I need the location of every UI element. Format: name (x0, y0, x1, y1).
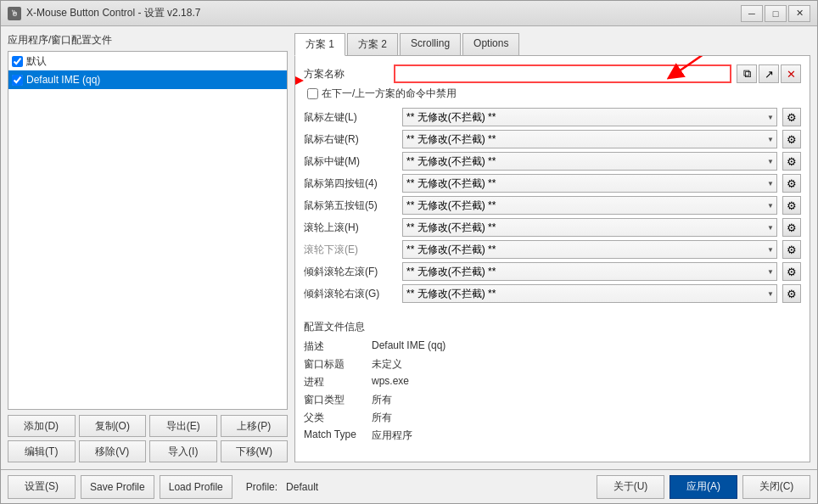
disable-checkbox-label: 在下一/上一方案的命令中禁用 (322, 87, 457, 101)
close-button[interactable]: ✕ (788, 5, 810, 22)
schema-name-input[interactable] (394, 64, 731, 83)
button-row-0: 鼠标左键(L) ** 无修改(不拦截) ** ⚙ (304, 108, 801, 126)
main-window: 🖱 X-Mouse Button Control - 设置 v2.18.7 ─ … (0, 0, 818, 504)
window-controls: ─ □ ✕ (741, 5, 810, 22)
info-value-parent: 所有 (372, 411, 392, 425)
row5-gear[interactable]: ⚙ (782, 218, 801, 237)
app-icon: 🖱 (8, 7, 21, 20)
info-key-title: 窗口标题 (304, 357, 372, 372)
move-up-button[interactable]: 上移(P) (221, 415, 289, 437)
delete-scheme-button[interactable]: ✕ (781, 64, 801, 83)
profile-label: Profile: (246, 481, 277, 493)
export-button[interactable]: 导出(E) (149, 415, 217, 437)
row3-gear[interactable]: ⚙ (782, 174, 801, 193)
left-panel: 应用程序/窗口配置文件 默认 Default IME (qq) 添加(D) 复制… (8, 33, 288, 462)
profile-value: Default (286, 481, 318, 493)
row8-gear[interactable]: ⚙ (782, 284, 801, 303)
row1-label: 鼠标右键(R) (304, 132, 397, 147)
button-row-4: 鼠标第五按钮(5) ** 无修改(不拦截) ** ⚙ (304, 196, 801, 215)
info-row-title: 窗口标题 未定义 (304, 357, 801, 372)
row0-dropdown-wrapper: ** 无修改(不拦截) ** (402, 108, 777, 126)
default-checkbox[interactable] (12, 56, 23, 67)
main-content: 应用程序/窗口配置文件 默认 Default IME (qq) 添加(D) 复制… (1, 26, 817, 469)
move-down-button[interactable]: 下移(W) (221, 440, 289, 462)
row4-gear[interactable]: ⚙ (782, 196, 801, 215)
button-row-5: 滚轮上滚(H) ** 无修改(不拦截) ** ⚙ (304, 218, 801, 237)
info-row-process: 进程 wps.exe (304, 375, 801, 389)
load-profile-button[interactable]: Load Profile (160, 475, 233, 499)
disable-checkbox-row: 在下一/上一方案的命令中禁用 (304, 87, 801, 101)
info-key-parent: 父类 (304, 411, 372, 425)
button-row-1: 鼠标右键(R) ** 无修改(不拦截) ** ⚙ (304, 130, 801, 148)
info-section: 配置文件信息 描述 Default IME (qq) 窗口标题 未定义 进程 w… (304, 313, 801, 443)
default-ime-qq-checkbox[interactable] (12, 75, 23, 86)
row5-dropdown[interactable]: ** 无修改(不拦截) ** (402, 218, 777, 237)
row7-gear[interactable]: ⚙ (782, 262, 801, 281)
edit-button[interactable]: 编辑(T) (8, 440, 76, 462)
tab-options[interactable]: Options (462, 33, 519, 56)
copy-button[interactable]: 复制(O) (79, 415, 147, 437)
button-row-7: 倾斜滚轮左滚(F) ** 无修改(不拦截) ** ⚙ (304, 262, 801, 281)
button-row-3: 鼠标第四按钮(4) ** 无修改(不拦截) ** ⚙ (304, 174, 801, 193)
minimize-button[interactable]: ─ (741, 5, 763, 22)
export-scheme-button[interactable]: ↗ (759, 64, 779, 83)
apply-button[interactable]: 应用(A) (670, 475, 737, 499)
info-key-wintype: 窗口类型 (304, 393, 372, 407)
row3-dropdown[interactable]: ** 无修改(不拦截) ** (402, 174, 777, 193)
row2-label: 鼠标中键(M) (304, 154, 397, 169)
row4-dropdown[interactable]: ** 无修改(不拦截) ** (402, 196, 777, 215)
row1-dropdown[interactable]: ** 无修改(不拦截) ** (402, 130, 777, 148)
remove-button[interactable]: 移除(V) (79, 440, 147, 462)
button-row-8: 倾斜滚轮右滚(G) ** 无修改(不拦截) ** ⚙ (304, 284, 801, 303)
row8-label: 倾斜滚轮右滚(G) (304, 287, 397, 301)
settings-button[interactable]: 设置(S) (8, 475, 76, 499)
title-bar: 🖱 X-Mouse Button Control - 设置 v2.18.7 ─ … (1, 1, 817, 26)
tab-scrolling[interactable]: Scrolling (400, 33, 461, 56)
info-key-matchtype: Match Type (304, 428, 372, 443)
row2-dropdown[interactable]: ** 无修改(不拦截) ** (402, 152, 777, 171)
info-row-matchtype: Match Type 应用程序 (304, 428, 801, 443)
row4-label: 鼠标第五按钮(5) (304, 199, 397, 213)
default-label: 默认 (26, 54, 47, 69)
right-panel: 方案 1 方案 2 Scrolling Options (294, 33, 810, 462)
copy-scheme-button[interactable]: ⧉ (737, 64, 757, 83)
row7-dropdown[interactable]: ** 无修改(不拦截) ** (402, 262, 777, 281)
about-button[interactable]: 关于(U) (597, 475, 664, 499)
button-row-2: 鼠标中键(M) ** 无修改(不拦截) ** ⚙ (304, 152, 801, 171)
button-rows: 鼠标左键(L) ** 无修改(不拦截) ** ⚙ 鼠标右键(R) (304, 108, 801, 303)
close-bottom-button[interactable]: 关闭(C) (742, 475, 810, 499)
info-row-wintype: 窗口类型 所有 (304, 393, 801, 407)
profile-list[interactable]: 默认 Default IME (qq) (8, 51, 288, 410)
disable-checkbox[interactable] (307, 88, 318, 99)
tabs: 方案 1 方案 2 Scrolling Options (294, 33, 810, 56)
left-panel-label: 应用程序/窗口配置文件 (8, 33, 288, 48)
row6-dropdown-wrapper: ** 无修改(不拦截) ** (402, 240, 777, 259)
info-value-wintype: 所有 (372, 393, 392, 407)
maximize-button[interactable]: □ (765, 5, 787, 22)
tab-scheme2[interactable]: 方案 2 (347, 33, 398, 56)
info-value-process: wps.exe (372, 375, 409, 389)
bottom-bar: 设置(S) Save Profile Load Profile Profile:… (1, 469, 817, 503)
row3-dropdown-wrapper: ** 无修改(不拦截) ** (402, 174, 777, 193)
list-item-default[interactable]: 默认 (8, 52, 287, 70)
row6-gear[interactable]: ⚙ (782, 240, 801, 259)
row1-dropdown-wrapper: ** 无修改(不拦截) ** (402, 130, 777, 148)
save-profile-button[interactable]: Save Profile (81, 475, 154, 499)
row8-dropdown[interactable]: ** 无修改(不拦截) ** (402, 284, 777, 303)
row5-dropdown-wrapper: ** 无修改(不拦截) ** (402, 218, 777, 237)
row2-gear[interactable]: ⚙ (782, 152, 801, 171)
import-button[interactable]: 导入(I) (149, 440, 217, 462)
add-button[interactable]: 添加(D) (8, 415, 76, 437)
schema-name-row: 方案名称 ⧉ ↗ ✕ (304, 64, 801, 83)
row1-gear[interactable]: ⚙ (782, 130, 801, 148)
row0-gear[interactable]: ⚙ (782, 108, 801, 126)
list-item-default-ime-qq[interactable]: Default IME (qq) (8, 70, 287, 89)
row7-dropdown-wrapper: ** 无修改(不拦截) ** (402, 262, 777, 281)
tab-scheme1[interactable]: 方案 1 (294, 33, 345, 56)
window-title: X-Mouse Button Control - 设置 v2.18.7 (26, 6, 741, 20)
row0-label: 鼠标左键(L) (304, 110, 397, 125)
row4-dropdown-wrapper: ** 无修改(不拦截) ** (402, 196, 777, 215)
row6-dropdown[interactable]: ** 无修改(不拦截) ** (402, 240, 777, 259)
info-value-title: 未定义 (372, 357, 402, 372)
row0-dropdown[interactable]: ** 无修改(不拦截) ** (402, 108, 777, 126)
